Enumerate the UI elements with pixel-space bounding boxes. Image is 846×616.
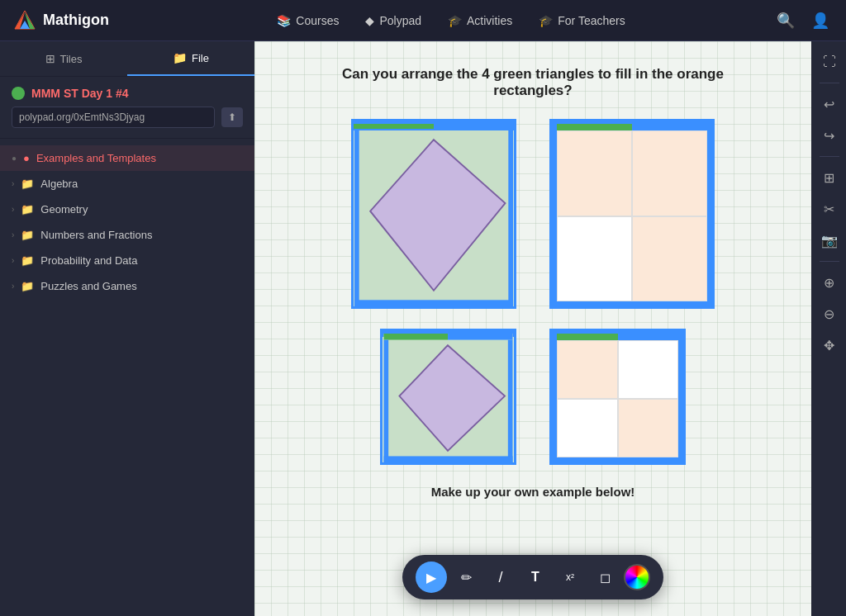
svg-rect-15	[448, 334, 512, 340]
pen-tool[interactable]: ✏	[450, 562, 482, 593]
nav-items: 📚 Courses ◆ Polypad 🎓 Activities 🎓 For T…	[135, 9, 767, 32]
file-tree: ● ● Examples and Templates › 📁 Algebra ›…	[0, 139, 254, 616]
tree-label-probability: Probability and Data	[40, 254, 137, 267]
file-url[interactable]: polypad.org/0xEmtNs3Djyag	[12, 107, 215, 128]
algebra-chevron-icon: ›	[12, 179, 14, 188]
canvas-content: Can you arrange the 4 green triangles to…	[254, 41, 811, 537]
file-tab-icon: 📁	[173, 51, 187, 64]
teachers-icon: 🎓	[539, 14, 553, 27]
color-picker[interactable]	[624, 564, 650, 590]
geometry-chevron-icon: ›	[12, 205, 14, 214]
app-name: Mathigon	[43, 12, 109, 29]
sidebar: ⊞ Tiles 📁 File MMM ST Day 1 #4 polypad.o…	[0, 41, 254, 616]
tree-item-algebra[interactable]: › 📁 Algebra	[0, 171, 254, 197]
svg-rect-14	[384, 334, 449, 340]
nav-activities[interactable]: 🎓 Activities	[436, 9, 524, 32]
svg-rect-11	[354, 300, 513, 306]
text-tool[interactable]: T	[520, 562, 551, 593]
triangle-panel-1[interactable]	[351, 119, 516, 309]
nav-for-teachers[interactable]: 🎓 For Teachers	[527, 9, 636, 32]
eraser-tool[interactable]: ◻	[589, 562, 620, 593]
divider-2	[820, 156, 839, 157]
file-url-row: polypad.org/0xEmtNs3Djyag ⬆	[12, 107, 243, 128]
search-button[interactable]: 🔍	[773, 8, 798, 33]
toolbar: ▶ ✏ / T x² ◻	[402, 555, 663, 599]
tree-item-puzzles[interactable]: › 📁 Puzzles and Games	[0, 273, 254, 299]
redo-button[interactable]: ↪	[815, 121, 844, 149]
examples-icon: ●	[23, 152, 30, 164]
main-layout: ⊞ Tiles 📁 File MMM ST Day 1 #4 polypad.o…	[0, 41, 846, 616]
folder-icon-geometry: 📁	[21, 203, 34, 216]
share-button[interactable]: ⬆	[221, 107, 243, 127]
mathigon-logo	[13, 9, 36, 32]
file-status-dot	[12, 87, 25, 100]
nav-courses[interactable]: 📚 Courses	[265, 9, 350, 32]
folder-icon-probability: 📁	[21, 254, 34, 267]
triangle-svg-2	[383, 334, 514, 462]
tree-item-geometry[interactable]: › 📁 Geometry	[0, 197, 254, 222]
logo-area[interactable]: Mathigon	[13, 9, 109, 32]
folder-icon-numbers: 📁	[21, 229, 34, 241]
orange-panel-1[interactable]	[549, 119, 715, 309]
tree-label-numbers: Numbers and Fractions	[40, 229, 152, 241]
move-button[interactable]: ✥	[815, 331, 844, 359]
tree-label-puzzles: Puzzles and Games	[40, 280, 136, 292]
examples-chevron-icon: ●	[12, 154, 17, 163]
top-navigation: Mathigon 📚 Courses ◆ Polypad 🎓 Activitie…	[0, 0, 846, 41]
canvas-area[interactable]: Can you arrange the 4 green triangles to…	[254, 41, 811, 616]
svg-rect-9	[354, 130, 359, 306]
svg-rect-16	[384, 340, 389, 462]
formula-tool[interactable]: x²	[554, 562, 586, 593]
tools-button[interactable]: ✂	[815, 195, 844, 223]
tiles-tab-icon: ⊞	[45, 52, 55, 65]
small-orange-cell-tr	[618, 340, 679, 399]
tab-file[interactable]: 📁 File	[127, 41, 254, 76]
small-orange-cell-tl	[557, 340, 618, 399]
triangle-panel-2[interactable]	[380, 329, 516, 465]
courses-icon: 📚	[277, 14, 291, 27]
tree-label-geometry: Geometry	[40, 203, 88, 216]
orange-cell-tl	[557, 130, 632, 216]
orange-panel-2[interactable]	[549, 329, 686, 465]
svg-rect-17	[508, 340, 513, 462]
divider-3	[820, 261, 839, 262]
tree-item-probability[interactable]: › 📁 Probability and Data	[0, 248, 254, 273]
svg-rect-18	[384, 456, 513, 462]
file-title: MMM ST Day 1 #4	[31, 87, 128, 100]
select-tool[interactable]: ▶	[416, 562, 447, 593]
file-info: MMM ST Day 1 #4 polypad.org/0xEmtNs3Djya…	[0, 77, 254, 139]
nav-polypad[interactable]: ◆ Polypad	[354, 9, 433, 32]
svg-rect-10	[508, 130, 513, 306]
bottom-panels-row	[304, 329, 762, 465]
probability-chevron-icon: ›	[12, 256, 14, 265]
tab-tiles[interactable]: ⊞ Tiles	[0, 41, 127, 76]
folder-icon-algebra: 📁	[21, 178, 34, 190]
orange-cell-bl	[557, 216, 632, 302]
tree-item-numbers[interactable]: › 📁 Numbers and Fractions	[0, 222, 254, 248]
small-orange-cell-bl	[557, 399, 618, 457]
user-button[interactable]: 👤	[808, 8, 833, 33]
nav-right: 🔍 👤	[773, 8, 833, 33]
puzzles-chevron-icon: ›	[12, 282, 14, 291]
fullscreen-button[interactable]: ⛶	[815, 48, 844, 76]
top-panels-row	[304, 119, 762, 309]
polypad-icon: ◆	[365, 14, 374, 27]
grid-button[interactable]: ⊞	[815, 163, 844, 192]
zoom-in-button[interactable]: ⊕	[815, 268, 844, 296]
zoom-out-button[interactable]: ⊖	[815, 300, 844, 328]
undo-button[interactable]: ↩	[815, 90, 844, 118]
tree-item-examples[interactable]: ● ● Examples and Templates	[0, 145, 254, 171]
folder-icon-puzzles: 📁	[21, 280, 34, 292]
canvas-footer: Make up your own example below!	[304, 485, 762, 499]
orange-cell-br	[632, 216, 707, 302]
tree-label-algebra: Algebra	[40, 178, 78, 190]
triangle-svg-1	[354, 124, 514, 306]
orange-grid-2	[557, 340, 678, 457]
toolbar-container: ▶ ✏ / T x² ◻	[402, 555, 663, 599]
file-title-row: MMM ST Day 1 #4	[12, 87, 243, 100]
tree-label-examples: Examples and Templates	[36, 152, 156, 164]
line-tool[interactable]: /	[485, 562, 516, 593]
screenshot-button[interactable]: 📷	[815, 226, 844, 254]
activities-icon: 🎓	[448, 14, 462, 27]
right-panel: ⛶ ↩ ↪ ⊞ ✂ 📷 ⊕ ⊖ ✥	[811, 41, 846, 616]
